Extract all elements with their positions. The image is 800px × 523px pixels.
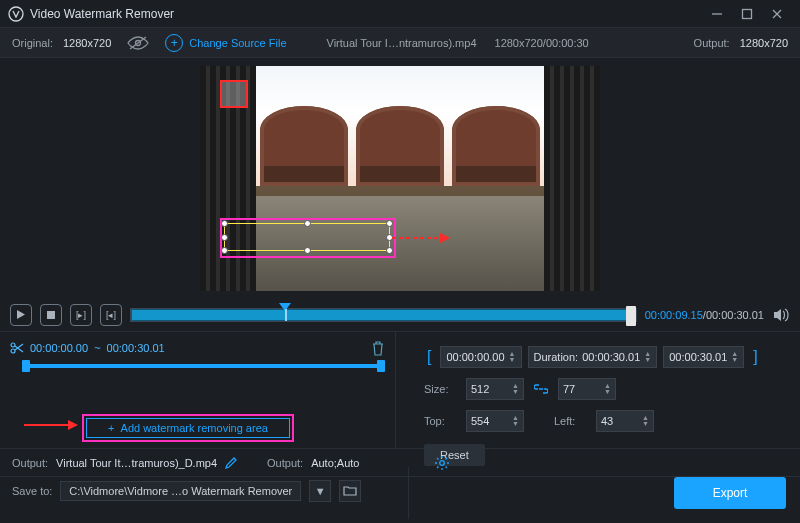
svg-marker-14	[68, 420, 78, 430]
set-start-button[interactable]: [▸]	[70, 304, 92, 326]
save-to-label: Save to:	[12, 485, 52, 497]
range-to: 00:00:30.01	[107, 342, 165, 354]
set-end-button[interactable]: [◂]	[100, 304, 122, 326]
timeline[interactable]	[130, 308, 637, 322]
size-width-input[interactable]: 512 ▲▼	[466, 378, 524, 400]
range-row: 00:00:00.00 ~ 00:00:30.01	[10, 338, 385, 358]
time-current: 00:00:09.15	[645, 309, 703, 321]
settings-panels: 00:00:00.00 ~ 00:00:30.01 + Add watermar…	[0, 332, 800, 448]
window-maximize-button[interactable]	[732, 4, 762, 24]
left-input[interactable]: 43 ▲▼	[596, 410, 654, 432]
change-source-label: Change Source File	[189, 37, 286, 49]
svg-point-15	[440, 460, 445, 465]
clip-start-bracket-button[interactable]: [	[424, 348, 434, 366]
add-area-label: Add watermark removing area	[121, 422, 268, 434]
plus-circle-icon: +	[165, 34, 183, 52]
playhead[interactable]	[285, 309, 287, 321]
svg-rect-10	[47, 311, 55, 319]
left-label: Left:	[554, 415, 590, 427]
save-path: C:\Vidmore\Vidmore …o Watermark Remover	[69, 485, 292, 497]
stop-button[interactable]	[40, 304, 62, 326]
output-settings-icon[interactable]	[435, 456, 449, 470]
spin-down[interactable]: ▼	[509, 357, 516, 363]
aspect-link-icon[interactable]	[530, 382, 552, 396]
areas-panel: 00:00:00.00 ~ 00:00:30.01 + Add watermar…	[0, 332, 396, 448]
delete-area-button[interactable]	[371, 341, 385, 356]
clip-end-input[interactable]: 00:00:30.01 ▲▼	[663, 346, 744, 368]
svg-rect-2	[743, 9, 752, 18]
source-infobar: Original: 1280x720 + Change Source File …	[0, 28, 800, 58]
svg-point-11	[11, 343, 15, 347]
output-format-value: Auto;Auto	[311, 457, 359, 469]
playback-controls: [▸] [◂] 00:00:09.15/00:00:30.01	[0, 298, 800, 332]
annotation-add-button-highlight: + Add watermark removing area	[82, 414, 294, 442]
save-path-dropdown[interactable]: ▼	[309, 480, 331, 502]
svg-point-0	[9, 7, 23, 21]
time-display: 00:00:09.15/00:00:30.01	[645, 309, 764, 321]
size-label: Size:	[424, 383, 460, 395]
save-path-box[interactable]: C:\Vidmore\Vidmore …o Watermark Remover	[60, 481, 301, 501]
change-source-button[interactable]: + Change Source File	[165, 34, 286, 52]
window-minimize-button[interactable]	[702, 4, 732, 24]
titlebar: Video Watermark Remover	[0, 0, 800, 28]
annotation-arrow	[24, 418, 78, 432]
output-filename: Virtual Tour It…tramuros)_D.mp4	[56, 457, 217, 469]
properties-panel: [ 00:00:00.00 ▲▼ Duration:00:00:30.01 ▲▼…	[396, 332, 800, 448]
time-total: 00:00:30.01	[706, 309, 764, 321]
timeline-end-handle[interactable]	[626, 306, 636, 326]
preview-toggle-icon[interactable]	[127, 35, 149, 51]
output-format-label: Output:	[267, 457, 303, 469]
output-file-label: Output:	[12, 457, 48, 469]
annotation-highlight	[220, 80, 248, 108]
window-close-button[interactable]	[762, 4, 792, 24]
area-timeline[interactable]	[24, 364, 383, 368]
size-height-input[interactable]: 77 ▲▼	[558, 378, 616, 400]
top-input[interactable]: 554 ▲▼	[466, 410, 524, 432]
preview-area	[0, 58, 800, 298]
original-label: Original:	[12, 37, 53, 49]
output-dim-label: Output:	[694, 37, 730, 49]
export-button[interactable]: Export	[674, 477, 786, 509]
rename-output-icon[interactable]	[225, 457, 237, 469]
plus-icon: +	[108, 422, 114, 434]
source-filename: Virtual Tour I…ntramuros).mp4	[327, 37, 477, 49]
svg-point-12	[11, 349, 15, 353]
play-button[interactable]	[10, 304, 32, 326]
range-from: 00:00:00.00	[30, 342, 88, 354]
vertical-divider	[408, 467, 409, 519]
app-title: Video Watermark Remover	[30, 7, 174, 21]
output-dim-value: 1280x720	[740, 37, 788, 49]
clip-start-input[interactable]: 00:00:00.00 ▲▼	[440, 346, 521, 368]
source-dim-dur: 1280x720/00:00:30	[495, 37, 589, 49]
watermark-selection-box[interactable]	[224, 223, 390, 251]
open-folder-button[interactable]	[339, 480, 361, 502]
reset-button[interactable]: Reset	[424, 444, 485, 466]
video-preview[interactable]	[200, 66, 600, 291]
original-value: 1280x720	[63, 37, 111, 49]
volume-icon[interactable]	[772, 306, 790, 324]
add-watermark-area-button[interactable]: + Add watermark removing area	[86, 418, 290, 438]
top-label: Top:	[424, 415, 460, 427]
svg-marker-9	[17, 310, 25, 319]
range-scissors-icon[interactable]	[10, 341, 24, 355]
clip-duration-input[interactable]: Duration:00:00:30.01 ▲▼	[528, 346, 658, 368]
clip-end-bracket-button[interactable]: ]	[750, 348, 760, 366]
app-logo-icon	[8, 6, 24, 22]
